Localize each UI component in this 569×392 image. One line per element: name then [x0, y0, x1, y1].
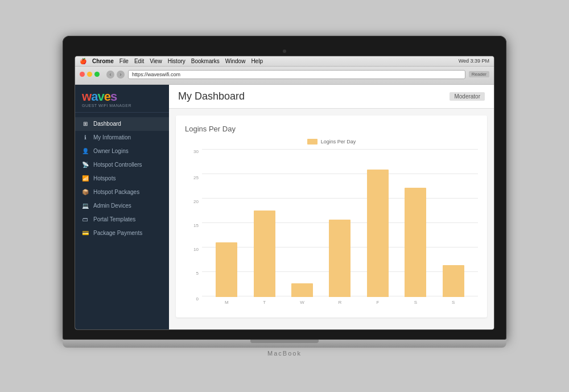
bar-group-W-2: [283, 283, 321, 297]
logo-area: waves GUEST WIFI MANAGER: [75, 85, 169, 113]
sidebar-item-admin-devices[interactable]: 💻 Admin Devices: [75, 199, 169, 213]
chart-title: Logins Per Day: [185, 125, 478, 133]
sidebar-item-package-payments[interactable]: 💳 Package Payments: [75, 226, 169, 240]
sidebar-item-my-information[interactable]: ℹ My Information: [75, 131, 169, 145]
bar-R-3: [329, 220, 351, 297]
laptop-container: 🍎 Chrome File Edit View History Bookmark…: [63, 36, 506, 357]
user-icon: 👤: [82, 148, 89, 155]
logo-a: a: [91, 89, 97, 104]
logo-v: v: [97, 89, 104, 104]
devices-icon: 💻: [82, 203, 89, 209]
x-label-R-3: R: [321, 297, 358, 308]
bar-W-2: [291, 283, 313, 297]
x-axis-labels: MTWRFSS: [202, 297, 478, 308]
y-label-0: 0: [196, 296, 201, 302]
hotspot-icon: 📶: [82, 175, 89, 182]
forward-button[interactable]: ›: [117, 71, 125, 79]
controllers-icon: 📡: [82, 162, 89, 168]
bar-S-5: [405, 188, 426, 297]
legend-color-swatch: [307, 139, 318, 145]
nav-items: ⊞ Dashboard ℹ My Information 👤 Owner Log…: [75, 113, 169, 245]
page-title: My Dashboard: [178, 90, 245, 102]
close-button[interactable]: [80, 72, 85, 77]
app-layout: waves GUEST WIFI MANAGER ⊞ Dashboard ℹ M…: [75, 85, 494, 329]
sidebar-label-dashboard: Dashboard: [93, 121, 121, 127]
sidebar-item-portal-templates[interactable]: 🗃 Portal Templates: [75, 213, 169, 226]
sidebar-item-hotspot-controllers[interactable]: 📡 Hotspot Controllers: [75, 158, 169, 172]
apple-menu[interactable]: 🍎: [80, 58, 86, 64]
x-label-F-4: F: [359, 297, 397, 308]
sidebar-label-owner-logins: Owner Logins: [93, 148, 129, 154]
laptop-hinge: [250, 340, 319, 343]
bar-T-1: [254, 211, 275, 297]
browser-nav: ‹ ›: [106, 71, 125, 79]
x-label-T-1: T: [245, 297, 283, 308]
browser-controls: ‹ › https://waveswifi.com Reader: [80, 70, 489, 79]
sidebar-label-hotspot-packages: Hotspot Packages: [93, 189, 139, 195]
menubar-history[interactable]: History: [168, 58, 185, 64]
sidebar-label-hotspots: Hotspots: [93, 175, 116, 181]
y-label-15: 15: [193, 222, 201, 228]
sidebar-label-package-payments: Package Payments: [93, 230, 142, 236]
clock: Wed 3:39 PM: [459, 58, 489, 64]
info-icon: ℹ: [82, 134, 89, 141]
y-label-5: 5: [196, 270, 201, 275]
maximize-button[interactable]: [94, 72, 100, 77]
bar-group-T-1: [245, 211, 283, 297]
legend-label: Logins Per Day: [321, 139, 356, 145]
chart-container: Logins Per Day Logins Per Day 30 25 20: [176, 115, 487, 317]
y-label-10: 10: [193, 246, 201, 251]
x-label-M-0: M: [208, 297, 245, 308]
x-label-S-5: S: [397, 297, 434, 308]
reader-button[interactable]: Reader: [469, 71, 489, 77]
sidebar-item-hotspots[interactable]: 📶 Hotspots: [75, 172, 169, 185]
templates-icon: 🗃: [82, 216, 89, 223]
bar-M-0: [216, 242, 237, 297]
minimize-button[interactable]: [87, 72, 92, 77]
menubar-window[interactable]: Window: [225, 58, 246, 64]
sidebar-item-owner-logins[interactable]: 👤 Owner Logins: [75, 145, 169, 158]
chart-area: 30 25 20 15 10 5 0: [185, 149, 478, 308]
sidebar-label-portal-templates: Portal Templates: [93, 216, 135, 222]
logo-w: w: [82, 89, 91, 104]
sidebar: waves GUEST WIFI MANAGER ⊞ Dashboard ℹ M…: [75, 85, 169, 329]
traffic-lights: [80, 72, 100, 77]
menubar-help[interactable]: Help: [251, 58, 263, 64]
address-bar[interactable]: https://waveswifi.com: [128, 70, 465, 79]
menubar-bookmarks[interactable]: Bookmarks: [191, 58, 220, 64]
mac-menubar: 🍎 Chrome File Edit View History Bookmark…: [75, 56, 494, 67]
browser-window: 🍎 Chrome File Edit View History Bookmark…: [75, 56, 494, 329]
x-label-S-6: S: [435, 297, 472, 308]
sidebar-label-admin-devices: Admin Devices: [93, 203, 131, 209]
menubar-chrome[interactable]: Chrome: [92, 58, 114, 64]
sidebar-item-hotspot-packages[interactable]: 📦 Hotspot Packages: [75, 185, 169, 199]
y-label-30: 30: [193, 149, 201, 154]
menubar-edit[interactable]: Edit: [134, 58, 144, 64]
logo-subtitle: GUEST WIFI MANAGER: [82, 104, 162, 108]
y-label-25: 25: [193, 175, 201, 180]
back-button[interactable]: ‹: [106, 71, 114, 79]
bar-S-6: [443, 265, 464, 297]
bar-group-F-4: [359, 170, 397, 297]
bar-group-S-5: [397, 188, 434, 297]
logo: waves: [82, 90, 162, 103]
bar-group-R-3: [321, 220, 358, 297]
payments-icon: 💳: [82, 230, 89, 237]
menubar-view[interactable]: View: [150, 58, 162, 64]
bar-group-M-0: [208, 242, 245, 297]
chart-legend: Logins Per Day: [185, 139, 478, 145]
macbook-label: MacBook: [63, 350, 506, 357]
sidebar-label-hotspot-controllers: Hotspot Controllers: [93, 162, 142, 168]
packages-icon: 📦: [82, 189, 89, 196]
menubar-left: 🍎 Chrome File Edit View History Bookmark…: [80, 58, 263, 64]
camera: [283, 49, 286, 53]
menubar-file[interactable]: File: [119, 58, 129, 64]
browser-chrome: ‹ › https://waveswifi.com Reader: [75, 67, 494, 85]
bar-F-4: [367, 170, 389, 297]
header-right: Moderator: [450, 92, 485, 101]
x-label-W-2: W: [283, 297, 321, 308]
logo-e: e: [104, 89, 110, 104]
sidebar-item-dashboard[interactable]: ⊞ Dashboard: [75, 117, 169, 131]
logo-s: s: [110, 89, 117, 104]
bar-group-S-6: [435, 265, 472, 297]
